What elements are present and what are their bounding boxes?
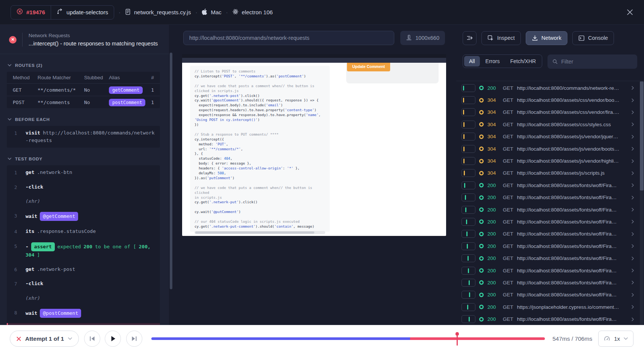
route-row[interactable]: POST**/commentsNopostComment1 bbox=[7, 96, 160, 108]
ruler-icon bbox=[406, 35, 412, 42]
section-header-before-each[interactable]: BEFORE EACH bbox=[8, 117, 160, 122]
run-number-button[interactable]: #19476 bbox=[11, 6, 51, 19]
command-row[interactable]: 1visithttp://localhost:8080/commands/net… bbox=[7, 126, 160, 148]
command-row[interactable]: 2-click bbox=[7, 180, 160, 194]
scrollbar-thumb[interactable] bbox=[195, 231, 314, 234]
request-row[interactable]: 200GEThttp://localhost:8080/assets/fonts… bbox=[456, 252, 644, 264]
request-row[interactable]: 200GEThttp://localhost:8080/assets/fonts… bbox=[456, 179, 644, 191]
filter-errors[interactable]: Errors bbox=[481, 56, 505, 66]
request-row[interactable]: 200GEThttp://localhost:8080/assets/fonts… bbox=[456, 276, 644, 289]
request-row[interactable]: 304GEThttp://localhost:8080/assets/js/sc… bbox=[456, 167, 644, 179]
section-label: ROUTES (2) bbox=[15, 63, 42, 68]
spec-file-icon bbox=[125, 9, 131, 16]
url-input[interactable] bbox=[183, 31, 394, 45]
request-row[interactable]: 304GEThttp://localhost:8080/assets/css/v… bbox=[456, 106, 644, 118]
code-horizontal-scrollbar[interactable] bbox=[195, 231, 325, 234]
status-ring-icon bbox=[479, 244, 484, 248]
skip-back-button[interactable] bbox=[84, 331, 100, 347]
status-ring-icon bbox=[479, 98, 484, 103]
request-row[interactable]: 200GEThttp://localhost:8080/commands/net… bbox=[456, 82, 644, 94]
request-row[interactable]: 304GEThttp://localhost:8080/assets/css/v… bbox=[456, 94, 644, 106]
filter-input[interactable] bbox=[561, 59, 632, 65]
alias-badge: getComment bbox=[109, 86, 143, 94]
request-row[interactable]: 304GEThttp://localhost:8080/assets/js/ve… bbox=[456, 131, 644, 143]
close-icon[interactable] bbox=[627, 9, 633, 15]
request-row[interactable]: 200GEThttp://localhost:8080/assets/fonts… bbox=[456, 313, 644, 325]
aut-navbar-strip bbox=[182, 54, 446, 58]
scrollbar-thumb[interactable] bbox=[640, 82, 644, 190]
play-button[interactable] bbox=[105, 331, 121, 347]
branch-button[interactable]: update-selectors bbox=[51, 6, 114, 19]
gauge-icon bbox=[604, 335, 610, 342]
viewport-size-button[interactable]: 1000x660 bbox=[400, 31, 445, 45]
chevron-right-icon bbox=[630, 195, 635, 200]
skip-back-icon bbox=[89, 336, 95, 341]
request-row[interactable]: 200GEThttp://localhost:8080/assets/fonts… bbox=[456, 204, 644, 216]
update-comment-button[interactable]: Update Comment bbox=[347, 63, 390, 71]
request-row[interactable]: 200GEThttp://localhost:8080/assets/fonts… bbox=[456, 264, 644, 276]
filter-fetch-xhr[interactable]: Fetch/XHR bbox=[505, 56, 541, 66]
run-failed-icon bbox=[17, 8, 23, 16]
attempt-dropdown[interactable]: Attempt 1 of 1 bbox=[10, 331, 79, 347]
route-row[interactable]: GET**/comments/*NogetComment1 bbox=[7, 83, 160, 96]
command-row[interactable]: (xhr) bbox=[7, 291, 160, 305]
section-label: TEST BODY bbox=[15, 157, 42, 161]
section-header-routes[interactable]: ROUTES (2) bbox=[8, 63, 160, 68]
request-row[interactable]: 200GEThttp://localhost:8080/assets/fonts… bbox=[456, 240, 644, 252]
timeline-progress bbox=[151, 337, 410, 340]
spec-name: network_requests.cy.js bbox=[125, 9, 191, 16]
filter-search bbox=[547, 54, 637, 69]
col-count: # bbox=[146, 75, 154, 80]
command-row[interactable]: 4its.response.statusCode bbox=[7, 224, 160, 239]
console-tab-button[interactable]: Console bbox=[572, 31, 614, 45]
playback-speed-dropdown[interactable]: 1x bbox=[598, 331, 633, 347]
collapse-panel-button[interactable] bbox=[463, 31, 477, 45]
command-row[interactable]: 8wait@postComment bbox=[7, 305, 160, 321]
replay-timeline[interactable] bbox=[151, 337, 545, 340]
waterfall-chip bbox=[462, 169, 475, 177]
status-ring-icon bbox=[479, 122, 484, 127]
cypress-test-replay-app: #19476 update-selectors · network_reques… bbox=[0, 0, 644, 352]
inspect-button[interactable]: Inspect bbox=[481, 31, 521, 45]
status-ring-icon bbox=[479, 134, 484, 139]
command-row[interactable]: 3wait@getComment bbox=[7, 208, 160, 224]
request-row[interactable]: 200GEThttp://localhost:8080/assets/fonts… bbox=[456, 228, 644, 240]
skip-forward-button[interactable] bbox=[126, 331, 142, 347]
chevron-right-icon bbox=[630, 207, 635, 212]
suite-title: Network Requests bbox=[29, 33, 158, 38]
status-ring-icon bbox=[479, 317, 484, 322]
chevron-right-icon bbox=[630, 268, 635, 273]
filter-all[interactable]: All bbox=[464, 56, 480, 66]
request-row[interactable]: 304GEThttp://localhost:8080/assets/css/s… bbox=[456, 118, 644, 130]
chevron-down-icon bbox=[624, 337, 628, 340]
section-label: BEFORE EACH bbox=[15, 117, 50, 122]
test-body-rows: 1get.network-btn2-click(xhr)3wait@getCom… bbox=[7, 165, 160, 325]
console-terminal-icon bbox=[578, 35, 585, 41]
chevron-down-icon bbox=[68, 337, 72, 340]
col-stubbed: Stubbed bbox=[84, 75, 109, 80]
status-ring-icon bbox=[479, 256, 484, 261]
command-row[interactable]: 5-assertexpected200to be one of [200, 30… bbox=[7, 239, 160, 262]
request-row[interactable]: 200GEThttps://jsonplaceholder.cypress.io… bbox=[456, 301, 644, 313]
section-header-test-body[interactable]: TEST BODY bbox=[8, 157, 160, 161]
status-ring-icon bbox=[479, 219, 484, 224]
command-row[interactable]: (xhr) bbox=[7, 194, 160, 208]
attempt-label: Attempt 1 of 1 bbox=[25, 335, 64, 342]
command-row[interactable]: 7-click bbox=[7, 276, 160, 291]
command-row[interactable]: 1get.network-btn bbox=[7, 165, 160, 180]
request-row[interactable]: 304GEThttp://localhost:8080/assets/js/ve… bbox=[456, 143, 644, 155]
chevron-right-icon bbox=[630, 110, 635, 115]
request-row[interactable]: 200GEThttp://localhost:8080/assets/fonts… bbox=[456, 216, 644, 228]
sidebar-scrollbar[interactable] bbox=[169, 25, 173, 325]
before-each-rows: 1visithttp://localhost:8080/commands/net… bbox=[7, 126, 160, 148]
request-row[interactable]: 200GEThttp://localhost:8080/assets/fonts… bbox=[456, 289, 644, 301]
chevron-right-icon bbox=[630, 183, 635, 187]
waterfall-chip bbox=[462, 96, 475, 104]
request-row[interactable]: 200GEThttp://localhost:8080/assets/fonts… bbox=[456, 192, 644, 204]
status-ring-icon bbox=[479, 195, 484, 200]
network-tab-button[interactable]: Network bbox=[526, 31, 567, 45]
scrollbar-thumb[interactable] bbox=[170, 53, 172, 289]
preview-controls: 1000x660 bbox=[173, 25, 456, 51]
command-row[interactable]: 6get.network-post bbox=[7, 262, 160, 276]
request-row[interactable]: 304GEThttp://localhost:8080/assets/js/ve… bbox=[456, 155, 644, 167]
